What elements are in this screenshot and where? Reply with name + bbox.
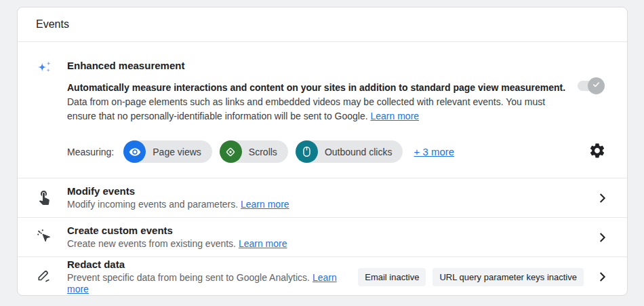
row-title: Modify events	[67, 185, 584, 197]
chevron-right-icon[interactable]	[595, 230, 609, 245]
row-description: Prevent specific data from being sent to…	[67, 272, 351, 295]
check-icon	[591, 79, 601, 92]
email-inactive-badge: Email inactive	[358, 268, 426, 286]
enhanced-measurement-description: Automatically measure interactions and c…	[67, 81, 570, 123]
chip-scrolls: Scrolls	[220, 140, 288, 163]
redact-data-row[interactable]: Redact data Prevent specific data from b…	[18, 257, 627, 296]
enhanced-measurement-toggle[interactable]	[578, 81, 603, 91]
chip-outbound-clicks: Outbound clicks	[296, 140, 403, 163]
settings-gear-button[interactable]	[588, 142, 607, 161]
measuring-row: Measuring: Page views	[67, 140, 611, 163]
url-query-parameter-badge: URL query parameter keys inactive	[432, 268, 584, 286]
cursor-click-icon	[36, 228, 52, 247]
toggle-thumb	[588, 77, 605, 94]
row-description: Modify incoming events and parameters. L…	[67, 199, 584, 210]
create-custom-events-row[interactable]: Create custom events Create new events f…	[18, 218, 627, 257]
chevron-right-icon[interactable]	[595, 269, 609, 284]
scroll-diamond-icon	[220, 140, 242, 163]
touch-icon	[36, 189, 52, 208]
modify-events-row[interactable]: Modify events Modify incoming events and…	[18, 178, 627, 218]
measuring-label: Measuring:	[67, 147, 114, 157]
description-bold: Automatically measure interactions and c…	[67, 81, 570, 95]
learn-more-link[interactable]: Learn more	[241, 199, 289, 210]
events-card: Events Enhanced measurement Automaticall…	[17, 7, 628, 296]
chip-label: Scrolls	[249, 147, 277, 157]
enhanced-measurement-title: Enhanced measurement	[67, 60, 611, 71]
page: { "header": { "title": "Events" }, "enha…	[0, 0, 644, 306]
learn-more-link[interactable]: Learn more	[239, 238, 287, 249]
chip-label: Outbound clicks	[325, 147, 393, 157]
chip-label: Page views	[153, 147, 201, 157]
row-description: Create new events from existing events. …	[67, 238, 584, 250]
redact-pencil-icon	[36, 267, 52, 286]
sparkle-icon	[36, 67, 54, 79]
row-title: Redact data	[67, 259, 351, 271]
row-title: Create custom events	[67, 225, 584, 237]
card-header: Events	[18, 7, 627, 42]
chevron-right-icon[interactable]	[595, 191, 609, 206]
eye-icon	[123, 140, 146, 163]
gear-icon	[588, 142, 606, 161]
learn-more-link[interactable]: Learn more	[370, 111, 419, 121]
page-title: Events	[36, 18, 69, 31]
mouse-icon	[296, 140, 318, 163]
more-events-link[interactable]: + 3 more	[414, 146, 454, 157]
description-rest: Data from on-page elements such as links…	[67, 96, 545, 121]
chip-page-views: Page views	[123, 140, 212, 163]
enhanced-measurement-section: Enhanced measurement Automatically measu…	[18, 42, 627, 178]
